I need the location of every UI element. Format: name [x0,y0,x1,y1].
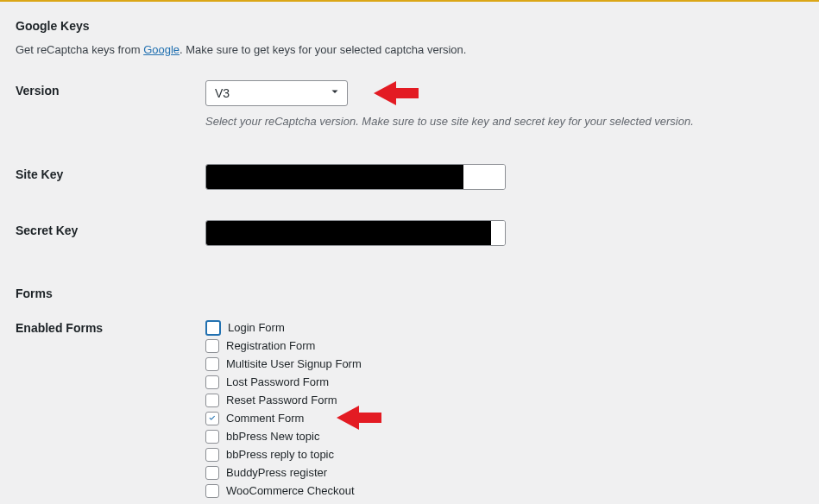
form-checkbox-label[interactable]: Registration Form [226,339,315,352]
svg-marker-0 [374,81,419,105]
form-checkbox[interactable] [205,448,219,462]
site-key-input-wrap [205,164,506,190]
forms-title: Forms [16,287,803,300]
form-checkbox-label[interactable]: Lost Password Form [226,375,329,388]
checkbox-item: bbPress New topic [205,428,803,444]
form-checkbox-label[interactable]: Reset Password Form [226,394,337,406]
form-checkbox[interactable] [205,430,219,444]
checkbox-item: Lost Password Form [205,374,803,390]
form-checkbox-label[interactable]: bbPress reply to topic [226,448,334,461]
checkbox-item: bbPress reply to topic [205,446,803,463]
form-checkbox-label[interactable]: Comment Form [226,412,304,425]
enabled-forms-label: Enabled Forms [16,319,205,335]
form-checkbox-label[interactable]: Multisite User Signup Form [226,357,362,370]
secret-key-redaction [206,221,491,245]
checkbox-item: WooCommerce Checkout [205,482,803,499]
version-hint: Select your reCaptcha version. Make sure… [205,115,803,128]
svg-marker-1 [337,406,381,430]
checkbox-item: Multisite User Signup Form [205,356,803,372]
form-checkbox[interactable] [205,394,219,407]
form-checkbox[interactable] [205,412,219,425]
checkbox-item: Registration Form [205,337,803,354]
checkbox-item: BuddyPress register [205,464,803,481]
form-checkbox-label[interactable]: Login Form [228,321,285,334]
form-checkbox[interactable] [205,484,219,498]
secret-key-label: Secret Key [16,220,205,237]
secret-key-input-wrap [205,220,506,246]
form-checkbox[interactable] [205,466,219,480]
checkbox-item: Reset Password Form [205,392,803,408]
form-checkbox[interactable] [205,320,221,336]
site-key-label: Site Key [16,164,205,181]
arrow-icon [374,79,419,107]
form-checkbox-label[interactable]: WooCommerce Checkout [226,484,355,497]
desc-suffix: . Make sure to get keys for your selecte… [180,43,466,56]
version-label: Version [16,80,205,98]
form-checkbox-label[interactable]: BuddyPress register [226,466,327,479]
site-key-redaction [206,165,463,189]
form-checkbox[interactable] [205,339,219,353]
form-checkbox[interactable] [205,375,219,389]
form-checkbox-label[interactable]: bbPress New topic [226,430,319,443]
desc-prefix: Get reCaptcha keys from [16,43,143,56]
checkbox-item: Comment Form [205,410,803,426]
checkbox-item: Login Form [205,319,803,336]
google-link[interactable]: Google [143,43,180,56]
google-keys-description: Get reCaptcha keys from Google. Make sur… [16,43,803,56]
form-checkbox[interactable] [205,357,219,371]
version-select[interactable]: V3 [205,80,348,106]
checkbox-list: Login FormRegistration FormMultisite Use… [205,319,803,500]
google-keys-title: Google Keys [16,19,803,33]
